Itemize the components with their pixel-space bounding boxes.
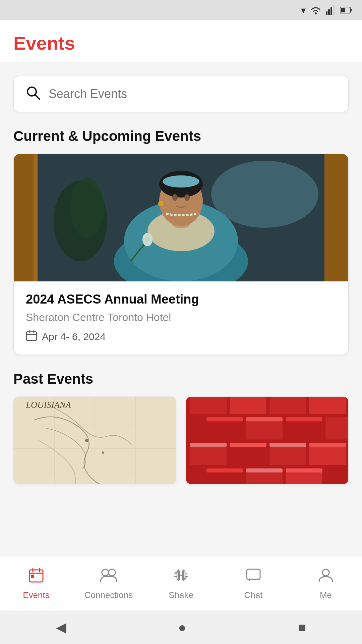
svg-rect-2 bbox=[328, 9, 330, 15]
svg-point-81 bbox=[102, 569, 109, 576]
signal-icon bbox=[326, 5, 336, 15]
past-events-title: Past Events bbox=[13, 371, 349, 387]
svg-rect-50 bbox=[269, 397, 306, 414]
connections-nav-icon bbox=[100, 567, 117, 587]
svg-rect-13 bbox=[324, 154, 348, 281]
event-card-image bbox=[14, 154, 348, 281]
svg-point-28 bbox=[158, 201, 164, 206]
svg-rect-62 bbox=[190, 443, 227, 447]
event-location: Sheraton Centre Toronto Hotel bbox=[26, 311, 336, 324]
shake-nav-label: Shake bbox=[169, 590, 193, 600]
android-nav-bar: ◀ ● ■ bbox=[0, 610, 362, 644]
svg-rect-80 bbox=[31, 575, 34, 578]
event-date: Apr 4- 6, 2024 bbox=[26, 330, 336, 344]
nav-item-shake[interactable]: Shake bbox=[145, 562, 217, 606]
svg-point-17 bbox=[70, 177, 104, 238]
event-card-info: 2024 ASECS Annual Meeting Sheraton Centr… bbox=[14, 281, 348, 355]
past-event-card-louisiana[interactable]: LOUISIANA bbox=[13, 396, 176, 484]
svg-rect-4 bbox=[333, 5, 335, 15]
past-event-card-red[interactable] bbox=[186, 396, 349, 484]
me-nav-icon bbox=[318, 567, 334, 587]
chat-nav-label: Chat bbox=[244, 590, 263, 600]
svg-point-0 bbox=[315, 12, 317, 14]
svg-rect-6 bbox=[350, 9, 352, 11]
svg-rect-12 bbox=[34, 154, 38, 281]
wifi-icon: ▾ bbox=[301, 5, 306, 16]
home-button[interactable]: ● bbox=[178, 620, 186, 635]
svg-rect-46 bbox=[190, 397, 227, 414]
calendar-icon bbox=[26, 330, 37, 344]
page-title: Events bbox=[13, 32, 349, 54]
event-date-text: Apr 4- 6, 2024 bbox=[42, 331, 106, 342]
svg-point-38 bbox=[102, 451, 104, 454]
search-icon bbox=[26, 86, 41, 102]
svg-rect-89 bbox=[247, 569, 260, 579]
recents-button[interactable]: ■ bbox=[298, 620, 306, 635]
bottom-navigation: Events Connections bbox=[0, 557, 362, 610]
back-button[interactable]: ◀ bbox=[56, 620, 66, 635]
svg-rect-52 bbox=[309, 397, 346, 414]
page-header: Events bbox=[0, 20, 362, 62]
nav-item-me[interactable]: Me bbox=[290, 562, 362, 606]
svg-point-30 bbox=[145, 237, 150, 242]
me-nav-label: Me bbox=[320, 590, 332, 600]
svg-rect-66 bbox=[269, 443, 306, 447]
svg-rect-57 bbox=[246, 417, 283, 421]
battery-icon bbox=[340, 6, 352, 14]
svg-rect-1 bbox=[326, 11, 327, 15]
svg-rect-75 bbox=[325, 468, 348, 484]
svg-rect-48 bbox=[230, 397, 266, 414]
svg-rect-11 bbox=[14, 154, 34, 281]
status-bar: ▾ bbox=[0, 0, 362, 20]
event-title: 2024 ASECS Annual Meeting bbox=[26, 292, 336, 307]
svg-rect-55 bbox=[206, 417, 243, 421]
connections-nav-label: Connections bbox=[84, 590, 133, 600]
svg-point-37 bbox=[85, 439, 88, 442]
svg-rect-60 bbox=[325, 417, 348, 440]
svg-rect-7 bbox=[341, 8, 345, 12]
chat-nav-icon bbox=[245, 567, 261, 587]
search-bar[interactable] bbox=[13, 76, 349, 112]
current-events-title: Current & Upcoming Events bbox=[13, 128, 349, 144]
events-nav-icon bbox=[28, 567, 44, 587]
svg-rect-72 bbox=[246, 468, 283, 472]
past-event-image-map: LOUISIANA bbox=[14, 397, 176, 484]
svg-rect-31 bbox=[26, 332, 37, 340]
nav-item-chat[interactable]: Chat bbox=[217, 562, 290, 606]
svg-line-9 bbox=[35, 95, 40, 99]
svg-rect-64 bbox=[230, 443, 266, 447]
svg-rect-3 bbox=[330, 7, 332, 15]
svg-text:LOUISIANA: LOUISIANA bbox=[25, 400, 71, 410]
past-event-image-red bbox=[186, 397, 348, 484]
svg-rect-70 bbox=[206, 468, 243, 472]
shake-nav-icon bbox=[173, 567, 189, 587]
past-events-grid: LOUISIANA bbox=[13, 396, 349, 484]
svg-point-26 bbox=[172, 194, 178, 201]
search-input[interactable] bbox=[49, 87, 336, 101]
wifi-icon bbox=[310, 5, 322, 15]
svg-rect-68 bbox=[309, 443, 346, 447]
svg-point-25 bbox=[163, 175, 199, 187]
events-nav-label: Events bbox=[23, 590, 50, 600]
svg-point-27 bbox=[184, 194, 190, 201]
svg-rect-59 bbox=[286, 417, 322, 421]
nav-item-events[interactable]: Events bbox=[0, 562, 72, 606]
nav-item-connections[interactable]: Connections bbox=[72, 562, 145, 606]
svg-point-90 bbox=[322, 569, 329, 576]
event-card-asecs[interactable]: 2024 ASECS Annual Meeting Sheraton Centr… bbox=[13, 154, 349, 355]
svg-rect-74 bbox=[286, 468, 322, 472]
svg-point-82 bbox=[109, 569, 115, 576]
